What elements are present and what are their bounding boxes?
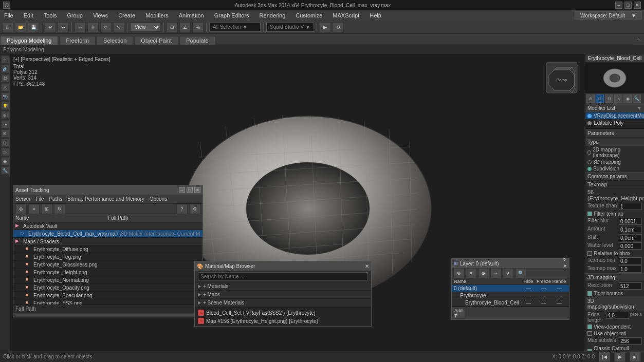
asset-tb-new[interactable]: ⊕ bbox=[15, 204, 27, 214]
nav-cube[interactable]: Persp bbox=[544, 60, 580, 96]
move-btn[interactable]: ✛ bbox=[87, 22, 99, 32]
mod-icon-hierarchy[interactable]: ⊟ bbox=[605, 94, 613, 103]
mod-icon-create[interactable]: ⊕ bbox=[586, 94, 595, 103]
shift-input[interactable] bbox=[619, 234, 642, 241]
percent-snap-btn[interactable]: % bbox=[192, 22, 204, 32]
edge-length-input[interactable] bbox=[606, 312, 629, 319]
angle-snap-btn[interactable]: ∠ bbox=[179, 22, 191, 32]
mod-icon-utilities[interactable]: 🔧 bbox=[633, 94, 641, 103]
texmap-value[interactable]: 56 (Erythrocyte_Height.png) bbox=[585, 188, 644, 202]
radio-subdiv[interactable]: Subdivision bbox=[585, 165, 644, 172]
asset-tb-grid[interactable]: ⊞ bbox=[41, 204, 52, 214]
layer-tb-find[interactable]: 🔍 bbox=[515, 268, 526, 278]
tool-display[interactable]: ◉ bbox=[1, 157, 9, 165]
tool-helpers[interactable]: ⊕ bbox=[1, 111, 9, 119]
asset-row-specular[interactable]: ■ Erythrocyte_Specular.png bbox=[13, 292, 203, 299]
layer-row-blood-cell[interactable]: Erythrocyte_Blood_Cell — — — bbox=[452, 299, 569, 307]
layer-row-0[interactable]: 0 (default) — — — bbox=[452, 285, 569, 292]
asset-minimize[interactable]: ─ bbox=[179, 187, 185, 193]
tool-shapes[interactable]: △ bbox=[1, 83, 9, 91]
layer-help[interactable]: ? bbox=[563, 258, 567, 263]
layer-tb-current[interactable]: ★ bbox=[503, 268, 514, 278]
modifier-item-epoly[interactable]: Editable Poly bbox=[585, 120, 644, 127]
use-obj-mtl-row[interactable]: Use object mtl bbox=[585, 330, 644, 337]
play-btn[interactable]: ▶ bbox=[614, 352, 625, 362]
asset-row-gloss[interactable]: ■ Erythrocyte_Glossiness.png bbox=[13, 261, 203, 269]
menu-rendering[interactable]: Rendering bbox=[257, 12, 288, 18]
texmap-min-input[interactable] bbox=[619, 257, 642, 264]
tab-polygon-modeling[interactable]: Polygon Modeling bbox=[0, 36, 58, 45]
scale-btn[interactable]: ⤡ bbox=[113, 22, 124, 32]
menu-create[interactable]: Create bbox=[116, 12, 137, 18]
mat-item-1[interactable]: Blood_Cell_Set ( VRayFastSSS2 ) [Erythro… bbox=[198, 309, 368, 317]
asset-row-diffuse[interactable]: ■ Erythrocyte_Diffuse.png bbox=[13, 245, 203, 253]
asset-row-maps[interactable]: ▶ Maps / Shaders bbox=[13, 238, 203, 245]
time-slider[interactable]: |◀ bbox=[599, 352, 610, 362]
tool-modify[interactable]: ⊞ bbox=[1, 129, 9, 138]
snap-btn[interactable]: ⊡ bbox=[167, 22, 178, 32]
asset-tb-help[interactable]: ? bbox=[176, 204, 188, 214]
relative-bbox-row[interactable]: Relative to bbox bbox=[585, 250, 644, 257]
squid-studio[interactable]: Squid Studio V ▼ bbox=[266, 23, 314, 32]
redo-btn[interactable]: ↪ bbox=[58, 22, 69, 32]
asset-menu-bitmap[interactable]: Bitmap Performance and Memory bbox=[67, 196, 144, 202]
select-btn[interactable]: ⊹ bbox=[75, 22, 86, 32]
menu-maxscript[interactable]: MAXScript bbox=[330, 12, 361, 18]
amount-input[interactable] bbox=[619, 226, 642, 233]
new-btn[interactable]: □ bbox=[2, 22, 13, 32]
tab-selection[interactable]: Selection bbox=[97, 36, 133, 45]
tab-object-paint[interactable]: Object Paint bbox=[134, 36, 178, 45]
asset-restore[interactable]: □ bbox=[187, 187, 193, 193]
layer-row-erythrocyte[interactable]: Erythrocyte — — — bbox=[452, 292, 569, 299]
asset-row-sss[interactable]: ■ Erythrocyte_SSS.png bbox=[13, 299, 203, 304]
next-frame-btn[interactable]: ▶| bbox=[630, 352, 641, 362]
add-time-layer-btn[interactable]: Add T bbox=[454, 308, 465, 318]
menu-graph-editors[interactable]: Graph Editors bbox=[212, 12, 251, 18]
view-dependent-row[interactable]: View-dependent bbox=[585, 323, 644, 330]
filter-blur-input[interactable] bbox=[619, 218, 642, 225]
close-btn[interactable]: ✕ bbox=[634, 2, 641, 9]
asset-row-height[interactable]: ■ Erythrocyte_Height.png bbox=[13, 269, 203, 276]
workspace-selector[interactable]: Workspace: Default ▼ bbox=[575, 11, 642, 20]
asset-row-opacity[interactable]: ■ Erythrocyte_Opacity.png bbox=[13, 284, 203, 292]
menu-help[interactable]: Help bbox=[367, 12, 383, 18]
tool-motion[interactable]: ▷ bbox=[1, 148, 9, 156]
resolution-input[interactable] bbox=[619, 282, 642, 290]
max-subdivs-input[interactable] bbox=[619, 337, 642, 345]
asset-row-normal[interactable]: ■ Erythrocyte_Normal.png bbox=[13, 276, 203, 284]
menu-views[interactable]: Views bbox=[91, 12, 110, 18]
texture-chan-input[interactable] bbox=[619, 203, 642, 210]
selection-filter[interactable]: All Selection ▼ bbox=[209, 23, 261, 32]
menu-modifiers[interactable]: Modifiers bbox=[143, 12, 171, 18]
asset-menu-options[interactable]: Options bbox=[150, 196, 167, 202]
tool-link[interactable]: 🔗 bbox=[1, 65, 9, 73]
modifier-list-dropdown[interactable]: ▼ bbox=[637, 105, 642, 111]
materials-section[interactable]: ▶ + Materials bbox=[195, 282, 371, 291]
tab-freeform[interactable]: Freeform bbox=[59, 36, 96, 45]
menu-animation[interactable]: Animation bbox=[177, 12, 206, 18]
asset-scrollbar[interactable] bbox=[13, 313, 203, 317]
water-level-input[interactable] bbox=[619, 242, 642, 250]
render-setup-btn[interactable]: ⚙ bbox=[333, 22, 344, 32]
save-btn[interactable]: 💾 bbox=[28, 22, 39, 32]
menu-customize[interactable]: Customize bbox=[293, 12, 324, 18]
tool-select[interactable]: ⊹ bbox=[1, 55, 9, 64]
mod-icon-display[interactable]: ◉ bbox=[623, 94, 632, 103]
menu-tools[interactable]: Tools bbox=[42, 12, 59, 18]
asset-close[interactable]: ✕ bbox=[194, 187, 200, 193]
asset-tb-list[interactable]: ≡ bbox=[28, 204, 40, 214]
material-close[interactable]: ✕ bbox=[365, 263, 369, 269]
open-btn[interactable]: 📂 bbox=[15, 22, 26, 32]
layer-tb-move[interactable]: → bbox=[490, 268, 502, 278]
material-search-input[interactable] bbox=[198, 272, 368, 280]
mat-item-2[interactable]: Map #156 (Erythrocyte_Height.png) [Eryth… bbox=[198, 317, 368, 325]
view-dropdown[interactable]: View bbox=[130, 23, 161, 32]
restore-btn[interactable]: □ bbox=[624, 2, 632, 9]
layer-tb-select[interactable]: ◉ bbox=[478, 268, 489, 278]
asset-row-fog[interactable]: ■ Erythrocyte_Fog.png bbox=[13, 253, 203, 261]
asset-tb-refresh[interactable]: ↻ bbox=[54, 204, 65, 214]
menu-group[interactable]: Group bbox=[65, 12, 85, 18]
asset-menu-paths[interactable]: Paths bbox=[49, 196, 63, 202]
asset-row-maxfile[interactable]: ▷ Erythrocyte_Blood_Cell_max_vray.max D:… bbox=[13, 230, 203, 238]
radio-2d[interactable]: 2D mapping (landscape) bbox=[585, 146, 644, 159]
